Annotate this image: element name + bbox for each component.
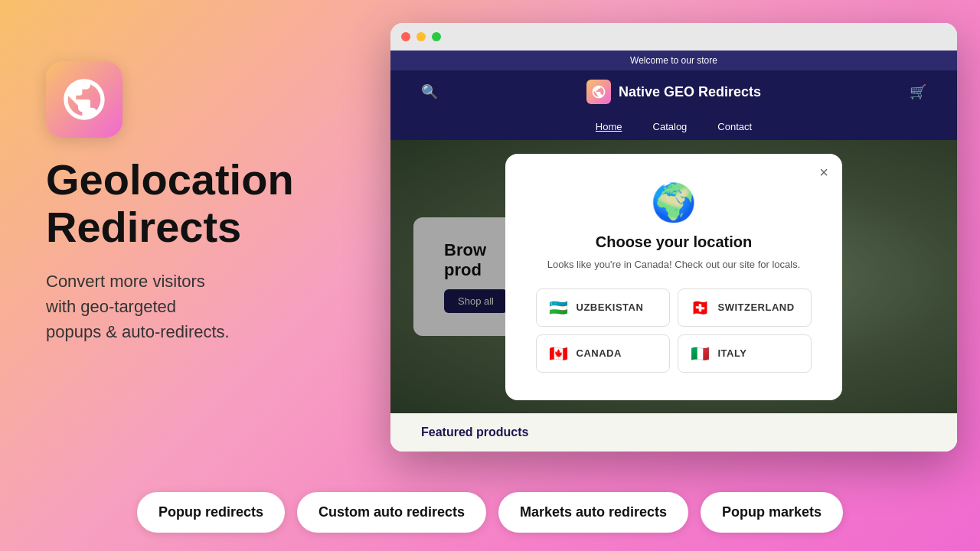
country-name: UZBEKISTAN — [577, 302, 644, 313]
subtitle: Convert more visitors with geo-targeted … — [46, 269, 368, 344]
pill-popup-redirects[interactable]: Popup redirects — [137, 492, 285, 533]
maximize-dot[interactable] — [432, 32, 441, 41]
pill-custom-auto-redirects[interactable]: Custom auto redirects — [297, 492, 486, 533]
app-icon — [46, 61, 122, 138]
popup-subtitle: Looks like you're in Canada! Check out o… — [536, 259, 812, 270]
store-site: Welcome to our store 🔍 Native GEO Redire… — [390, 51, 957, 452]
minimize-dot[interactable] — [416, 32, 426, 41]
country-name: CANADA — [577, 347, 622, 359]
store-featured: Featured products — [390, 413, 957, 452]
flag-icon: 🇮🇹 — [691, 344, 710, 363]
country-name: SWITZERLAND — [718, 302, 795, 313]
logo-icon-box — [586, 80, 611, 104]
close-dot[interactable] — [401, 32, 410, 41]
store-nav-links: Home Catalog Contact — [390, 113, 957, 140]
country-button-switzerland[interactable]: 🇨🇭SWITZERLAND — [678, 289, 812, 327]
browser-mockup: Welcome to our store 🔍 Native GEO Redire… — [390, 23, 957, 452]
store-header: 🔍 Native GEO Redirects 🛒 — [390, 70, 957, 113]
country-button-italy[interactable]: 🇮🇹ITALY — [678, 334, 812, 373]
pill-markets-auto-redirects[interactable]: Markets auto redirects — [498, 492, 688, 533]
flag-icon: 🇨🇦 — [549, 344, 569, 363]
flag-icon: 🇺🇿 — [549, 298, 569, 317]
globe-icon — [60, 75, 109, 124]
popup-globe-icon: 🌍 — [536, 181, 812, 224]
store-logo: Native GEO Redirects — [586, 80, 761, 104]
country-name: ITALY — [718, 347, 747, 359]
popup-country-grid: 🇺🇿UZBEKISTAN🇨🇭SWITZERLAND🇨🇦CANADA🇮🇹ITALY — [536, 289, 812, 373]
popup-modal: × 🌍 Choose your location Looks like you'… — [505, 154, 842, 400]
flag-icon: 🇨🇭 — [691, 298, 710, 317]
store-topbar: Welcome to our store — [390, 51, 957, 70]
pill-popup-markets[interactable]: Popup markets — [701, 492, 843, 533]
close-button[interactable]: × — [819, 165, 828, 180]
country-button-uzbekistan[interactable]: 🇺🇿UZBEKISTAN — [536, 289, 670, 327]
nav-catalog[interactable]: Catalog — [653, 121, 688, 132]
nav-home[interactable]: Home — [596, 121, 622, 132]
nav-contact[interactable]: Contact — [717, 121, 752, 132]
bottom-pills: Popup redirectsCustom auto redirectsMark… — [0, 492, 980, 533]
left-panel: Geolocation Redirects Convert more visit… — [46, 61, 368, 344]
main-title: Geolocation Redirects — [46, 156, 368, 250]
store-logo-text: Native GEO Redirects — [619, 84, 761, 100]
popup-overlay: × 🌍 Choose your location Looks like you'… — [390, 140, 957, 413]
country-button-canada[interactable]: 🇨🇦CANADA — [536, 334, 670, 373]
logo-globe-icon — [591, 84, 606, 99]
search-icon[interactable]: 🔍 — [421, 83, 438, 100]
popup-title: Choose your location — [536, 233, 812, 251]
cart-icon[interactable]: 🛒 — [910, 83, 926, 100]
browser-chrome — [390, 23, 957, 51]
store-hero: Browprod Shop all × 🌍 Choose your locati… — [390, 140, 957, 413]
